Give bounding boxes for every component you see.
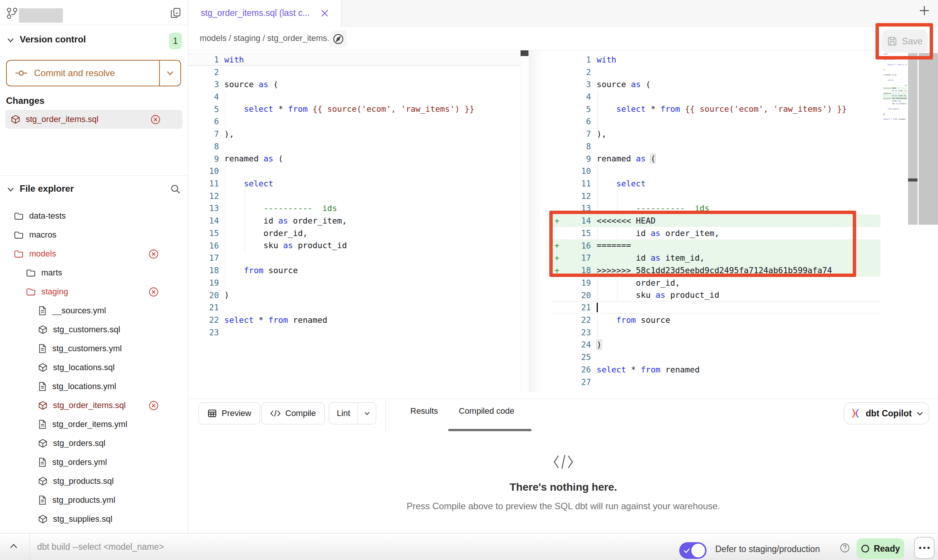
code-line-25[interactable]: 25 [551, 351, 880, 363]
lineage-icon[interactable] [330, 30, 347, 48]
code-line-14[interactable]: 14<<<<<<< HEAD [883, 87, 907, 90]
more-options-button[interactable] [914, 537, 935, 559]
code-line-15[interactable]: 15 id as order_item, [883, 89, 907, 92]
window-scrollbar[interactable] [919, 53, 938, 225]
code-line-21[interactable]: 21 [883, 105, 907, 108]
code-line-7[interactable]: 7), [551, 128, 880, 140]
file-explorer-item-stg-locations-yml[interactable]: stg_locations.yml [0, 377, 188, 396]
save-button[interactable]: Save [882, 30, 928, 53]
code-line-14[interactable]: 14 id as order_item, [189, 214, 521, 227]
code-line-20[interactable]: 20) [189, 289, 521, 302]
code-line-16[interactable]: 16 sku as product_id [189, 239, 521, 252]
code-line-22[interactable]: 22 from source [551, 314, 880, 326]
code-line-12[interactable]: 12 [189, 190, 521, 202]
editor-scrollbar[interactable] [908, 53, 918, 225]
file-explorer-item--sources-yml[interactable]: __sources.yml [0, 301, 188, 320]
code-line-14[interactable]: +14<<<<<<< HEAD [551, 214, 880, 227]
code-line-7[interactable]: 7), [883, 69, 907, 71]
file-explorer-item-stg-order-items-yml[interactable]: stg_order_items.yml [0, 415, 188, 434]
file-explorer-item-stg-supplies-sql[interactable]: stg_supplies.sql [0, 510, 188, 529]
help-icon[interactable] [840, 543, 850, 553]
file-explorer-item-models[interactable]: models [0, 244, 188, 263]
code-line-2[interactable]: 2 [883, 56, 907, 58]
code-line-6[interactable]: 6 [189, 116, 521, 128]
code-line-17[interactable]: 17 id as item_id, [883, 95, 907, 97]
code-line-12[interactable]: 12 [551, 190, 880, 202]
commit-options-chevron[interactable] [159, 61, 180, 86]
file-explorer-item-stg-orders-yml[interactable]: stg_orders.yml [0, 453, 188, 472]
code-line-5[interactable]: 5 select * from {{ source('ecom', 'raw_i… [189, 103, 521, 116]
code-line-19[interactable]: 19 [189, 277, 521, 289]
code-line-4[interactable]: 4 [189, 91, 521, 103]
lint-options-chevron[interactable] [358, 403, 376, 424]
code-line-18[interactable]: +18>>>>>>> 58c1dd23d5eebd9cd2495fa7124ab… [551, 264, 880, 277]
collapse-chevron-icon[interactable] [9, 543, 18, 549]
code-line-6[interactable]: 6 [883, 66, 907, 69]
code-line-11[interactable]: 11 select [551, 177, 880, 190]
code-line-9[interactable]: 9renamed as ( [883, 74, 907, 77]
code-line-10[interactable]: 10 [551, 165, 880, 177]
code-line-26[interactable]: 26select * from renamed [551, 363, 880, 376]
tab-results[interactable]: Results [410, 406, 438, 416]
file-explorer-item-stg-customers-sql[interactable]: stg_customers.sql [0, 320, 188, 339]
code-line-11[interactable]: 11 select [189, 177, 521, 190]
file-explorer-item-marts[interactable]: marts [0, 263, 188, 282]
commit-and-resolve-button[interactable]: Commit and resolve [6, 60, 181, 86]
minimap[interactable]: 1with23source as (45 select * from {{ so… [883, 53, 907, 129]
dbt-copilot-button[interactable]: dbt Copilot [844, 402, 929, 424]
tab-close-icon[interactable] [320, 8, 330, 18]
code-line-22[interactable]: 22select * from renamed [189, 314, 521, 326]
code-line-19[interactable]: 19 order_id, [551, 277, 880, 289]
code-line-27[interactable]: 27 [551, 376, 880, 388]
new-tab-plus-icon[interactable] [918, 4, 931, 17]
conflict-close-icon[interactable] [149, 287, 159, 297]
code-line-26[interactable]: 26select * from renamed [883, 118, 907, 121]
left-pane-scrollbar-handle[interactable] [521, 50, 528, 56]
code-line-3[interactable]: 3source as ( [883, 58, 907, 61]
code-line-18[interactable]: 18>>>>>>> 58c1dd23d5eebd9cd2495fa7124ab6… [883, 97, 907, 100]
file-explorer-item-stg-order-items-sql[interactable]: stg_order_items.sql [0, 396, 188, 415]
code-line-2[interactable]: 2 [189, 66, 521, 78]
code-line-25[interactable]: 25 [883, 116, 907, 118]
code-line-3[interactable]: 3source as ( [551, 78, 880, 91]
code-line-21[interactable]: 21 [189, 301, 521, 314]
code-line-8[interactable]: 8 [189, 140, 521, 153]
command-input[interactable] [37, 539, 605, 555]
code-line-8[interactable]: 8 [551, 140, 880, 153]
defer-toggle[interactable] [679, 542, 707, 559]
code-line-3[interactable]: 3source as ( [189, 78, 521, 91]
code-line-20[interactable]: 20 sku as product_id [551, 289, 880, 302]
code-line-10[interactable]: 10 [189, 165, 521, 177]
code-line-6[interactable]: 6 [551, 116, 880, 128]
code-line-9[interactable]: 9renamed as ( [551, 153, 880, 165]
code-line-23[interactable]: 23 [189, 326, 521, 339]
code-line-24[interactable]: 24) [551, 339, 880, 351]
code-line-1[interactable]: 1with [189, 53, 521, 66]
file-explorer-item-stg-orders-sql[interactable]: stg_orders.sql [0, 434, 188, 453]
code-line-16[interactable]: 16======= [883, 92, 907, 95]
code-line-23[interactable]: 23 [551, 326, 880, 339]
preview-button[interactable]: Preview [199, 402, 260, 424]
code-line-15[interactable]: 15 order_id, [189, 227, 521, 239]
code-line-24[interactable]: 24) [883, 113, 907, 116]
code-line-5[interactable]: 5 select * from {{ source('ecom', 'raw_i… [551, 103, 880, 116]
conflict-close-icon[interactable] [150, 114, 161, 125]
code-line-12[interactable]: 12 [883, 82, 907, 84]
code-line-27[interactable]: 27 [883, 121, 907, 124]
file-explorer-item-data-tests[interactable]: data-tests [0, 206, 188, 225]
file-explorer-section-header[interactable]: File explorer [0, 181, 188, 199]
code-line-7[interactable]: 7), [189, 128, 521, 140]
code-line-1[interactable]: 1with [551, 53, 880, 66]
code-line-17[interactable]: +17 id as item_id, [551, 252, 880, 264]
code-line-2[interactable]: 2 [551, 66, 880, 78]
code-line-21[interactable]: 21 [551, 301, 880, 314]
code-line-13[interactable]: 13 ---------- ids [551, 202, 880, 215]
lint-button[interactable]: Lint [329, 403, 358, 424]
code-line-13[interactable]: 13 ---------- ids [883, 84, 907, 87]
left-pane-scrollbar[interactable] [521, 50, 528, 392]
code-line-9[interactable]: 9renamed as ( [189, 153, 521, 165]
copy-icon[interactable] [169, 6, 183, 20]
code-line-23[interactable]: 23 [883, 111, 907, 113]
file-explorer-item-stg-products-sql[interactable]: stg_products.sql [0, 472, 188, 491]
editor-scrollbar-handle[interactable] [908, 178, 918, 181]
